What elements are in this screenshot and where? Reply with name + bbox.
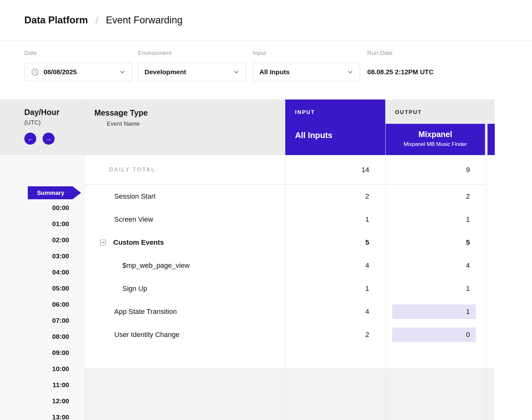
table-row: App State Transition 4 1 bbox=[85, 300, 485, 323]
hour-item[interactable]: 08:00 bbox=[52, 328, 69, 345]
table-row-custom-events: Custom Events 5 5 bbox=[85, 231, 485, 254]
output-column-header: OUTPUT Mixpanel Mixpanel MB Music Finder bbox=[385, 99, 485, 155]
input-column-title: All Inputs bbox=[295, 130, 385, 140]
date-filter-label: Date bbox=[24, 50, 132, 57]
event-name: User Identity Change bbox=[114, 331, 180, 339]
hour-column: Summary 00:00 01:00 02:00 03:00 04:00 05… bbox=[0, 155, 85, 420]
summary-row-selector[interactable]: Summary bbox=[28, 186, 81, 199]
message-type-header: Message Type Event Name bbox=[85, 99, 285, 155]
output-count: 1 bbox=[385, 285, 485, 293]
mixpanel-output-header: Mixpanel Mixpanel MB Music Finder bbox=[386, 124, 485, 155]
mixpanel-subtitle: Mixpanel MB Music Finder bbox=[386, 141, 485, 147]
page-title: Event Forwarding bbox=[106, 15, 182, 26]
hour-item[interactable]: 03:00 bbox=[52, 248, 69, 264]
hour-item[interactable]: 04:00 bbox=[52, 264, 69, 280]
chevron-down-icon bbox=[233, 68, 240, 76]
output-count: 4 bbox=[385, 261, 485, 270]
input-column-header: INPUT All Inputs bbox=[285, 99, 385, 155]
arrow-right-icon: → bbox=[46, 136, 52, 142]
output-count: 5 bbox=[385, 238, 485, 247]
environment-select-value: Development bbox=[145, 68, 186, 76]
column-divider bbox=[488, 155, 488, 420]
environment-filter-label: Environment bbox=[138, 50, 246, 57]
input-count: 4 bbox=[285, 308, 385, 316]
table-row: User Identity Change 2 0 bbox=[85, 323, 485, 346]
hour-list: 00:00 01:00 02:00 03:00 04:00 05:00 06:0… bbox=[52, 200, 69, 420]
input-count: 2 bbox=[285, 192, 385, 201]
hour-item[interactable]: 07:00 bbox=[52, 312, 69, 328]
input-count: 1 bbox=[285, 285, 385, 293]
chevron-down-icon bbox=[346, 68, 354, 76]
hour-item[interactable]: 12:00 bbox=[52, 393, 69, 409]
summary-label: Summary bbox=[37, 189, 64, 196]
day-hour-header: Day/Hour (UTC) ← → bbox=[0, 99, 85, 155]
daily-total-row: DAILY TOTAL 14 9 bbox=[85, 155, 485, 185]
breadcrumb: Data Platform / Event Forwarding bbox=[0, 0, 532, 41]
hour-item[interactable]: 09:00 bbox=[52, 345, 69, 361]
event-forwarding-page: Data Platform / Event Forwarding Date 08… bbox=[0, 0, 532, 420]
run-date-label: Run Date bbox=[367, 50, 434, 57]
output-count: 0 bbox=[385, 331, 485, 339]
event-rows: Session Start 2 2 Screen View 1 1 Custom… bbox=[85, 185, 485, 346]
environment-select[interactable]: Development bbox=[138, 63, 246, 81]
breadcrumb-divider: / bbox=[96, 15, 98, 26]
hour-item[interactable]: 13:00 bbox=[52, 409, 69, 420]
event-name: Screen View bbox=[114, 215, 153, 224]
table-row: Screen View 1 1 bbox=[85, 208, 485, 231]
hour-item[interactable]: 01:00 bbox=[52, 216, 69, 232]
chevron-down-icon bbox=[119, 68, 126, 76]
previous-day-button[interactable]: ← bbox=[24, 133, 36, 145]
daily-total-input-value: 14 bbox=[285, 166, 385, 174]
event-name: $mp_web_page_view bbox=[122, 261, 190, 270]
column-divider bbox=[485, 155, 485, 420]
environment-filter: Environment Development bbox=[138, 50, 246, 81]
breadcrumb-data-platform[interactable]: Data Platform bbox=[24, 15, 88, 26]
date-select-value: 08/08/2025 bbox=[44, 68, 77, 76]
table-footer-area bbox=[85, 368, 495, 420]
input-select-value: All Inputs bbox=[259, 68, 290, 76]
input-count: 4 bbox=[285, 261, 385, 270]
hour-item[interactable]: 02:00 bbox=[52, 232, 69, 248]
hour-item[interactable]: 05:00 bbox=[52, 280, 69, 296]
table-header: Day/Hour (UTC) ← → Message Type Event Na… bbox=[0, 99, 495, 155]
output-count: 2 bbox=[385, 192, 485, 201]
next-output-column-sliver bbox=[488, 124, 495, 155]
event-name: Sign Up bbox=[122, 285, 147, 293]
hour-item[interactable]: 00:00 bbox=[52, 200, 69, 216]
clock-icon bbox=[31, 68, 39, 76]
event-name: Session Start bbox=[114, 192, 156, 201]
input-eyebrow: INPUT bbox=[295, 109, 385, 116]
day-navigation: ← → bbox=[24, 133, 84, 145]
day-hour-subtitle: (UTC) bbox=[24, 119, 84, 126]
output-eyebrow: OUTPUT bbox=[385, 99, 485, 116]
event-name: Custom Events bbox=[113, 238, 164, 247]
hour-item[interactable]: 10:00 bbox=[52, 361, 69, 377]
table-row: Session Start 2 2 bbox=[85, 185, 485, 208]
run-date-filter: Run Date 08.08.25 2:12PM UTC bbox=[367, 50, 434, 81]
date-select[interactable]: 08/08/2025 bbox=[24, 63, 132, 81]
input-count: 2 bbox=[285, 331, 385, 339]
hour-item[interactable]: 06:00 bbox=[52, 296, 69, 312]
hour-item[interactable]: 11:00 bbox=[52, 377, 69, 393]
table-row: $mp_web_page_view 4 4 bbox=[85, 254, 485, 277]
next-day-button[interactable]: → bbox=[43, 133, 55, 145]
collapse-icon[interactable] bbox=[100, 240, 106, 245]
table-body: Summary 00:00 01:00 02:00 03:00 04:00 05… bbox=[0, 155, 532, 420]
output-count: 1 bbox=[385, 215, 485, 224]
day-hour-title: Day/Hour bbox=[24, 108, 84, 117]
input-count: 5 bbox=[285, 238, 385, 247]
arrow-left-icon: ← bbox=[27, 136, 33, 142]
daily-total-label: DAILY TOTAL bbox=[109, 166, 156, 173]
output-count: 1 bbox=[385, 308, 485, 316]
event-name: App State Transition bbox=[114, 308, 177, 316]
date-filter: Date 08/08/2025 bbox=[24, 50, 132, 81]
input-select[interactable]: All Inputs bbox=[253, 63, 360, 81]
message-type-title: Message Type bbox=[94, 108, 285, 117]
daily-total-output-value: 9 bbox=[385, 166, 485, 174]
run-date-value: 08.08.25 2:12PM UTC bbox=[367, 63, 434, 81]
table-row: Sign Up 1 1 bbox=[85, 277, 485, 300]
mixpanel-title: Mixpanel bbox=[386, 130, 485, 139]
filter-bar: Date 08/08/2025 Environment Development bbox=[0, 41, 532, 100]
input-filter: Input All Inputs bbox=[253, 50, 360, 81]
event-name-subtitle: Event Name bbox=[107, 120, 285, 127]
